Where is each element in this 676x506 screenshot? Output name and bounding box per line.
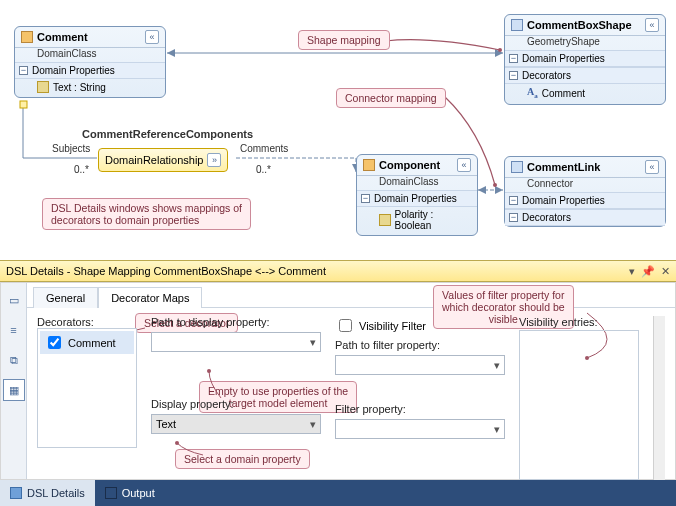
- expand-icon[interactable]: »: [207, 153, 221, 167]
- chevron-down-icon: ▾: [310, 418, 316, 431]
- svg-rect-8: [20, 101, 27, 108]
- label-filter-property: Filter property:: [335, 403, 505, 415]
- mult-right: 0..*: [256, 164, 271, 175]
- callout-connector-mapping: Connector mapping: [336, 88, 446, 108]
- section-heading: Decorators: [522, 70, 571, 81]
- decorator-list-item[interactable]: Comment: [40, 331, 134, 354]
- expand-icon[interactable]: −: [361, 194, 370, 203]
- pin-icon[interactable]: 📌: [641, 265, 655, 278]
- section-heading: Domain Properties: [32, 65, 115, 76]
- vtab-3[interactable]: ⧉: [3, 349, 25, 371]
- relationship-heading: CommentReferenceComponents: [82, 128, 253, 140]
- chevron-down-icon: ▾: [310, 336, 316, 349]
- diagram-canvas[interactable]: Comment « DomainClass −Domain Properties…: [0, 0, 676, 260]
- checkbox-visibility-filter[interactable]: [339, 319, 352, 332]
- tab-decorator-maps[interactable]: Decorator Maps: [98, 287, 202, 308]
- node-domainrelationship[interactable]: DomainRelationship »: [98, 148, 228, 172]
- chevron-down-icon: ▾: [494, 359, 500, 372]
- shape-icon: [511, 19, 523, 31]
- node-commentlink[interactable]: CommentLink « Connector −Domain Properti…: [504, 156, 666, 227]
- callout-dsl-windows: DSL Details windows shows mappings of de…: [42, 198, 251, 230]
- label-decorators: Decorators:: [37, 316, 137, 328]
- svg-marker-2: [495, 49, 503, 57]
- property-icon: [379, 214, 391, 226]
- section-heading: Domain Properties: [522, 195, 605, 206]
- expand-icon[interactable]: −: [509, 54, 518, 63]
- node-subtitle: DomainClass: [357, 176, 477, 190]
- decorator-text-icon: Aa: [527, 86, 538, 100]
- node-title: CommentBoxShape: [527, 19, 632, 31]
- decorator-label: Comment: [542, 88, 585, 99]
- mult-left: 0..*: [74, 164, 89, 175]
- details-panel: ▭ ≡ ⧉ ▦ General Decorator Maps Select a …: [0, 282, 676, 480]
- node-subtitle: Connector: [505, 178, 665, 192]
- visibility-entries-list[interactable]: [519, 330, 639, 480]
- vtab-1[interactable]: ▭: [3, 289, 25, 311]
- decorator-list[interactable]: Comment: [37, 328, 137, 448]
- svg-point-12: [498, 48, 502, 52]
- property-icon: [37, 81, 49, 93]
- node-component[interactable]: Component « DomainClass −Domain Properti…: [356, 154, 478, 236]
- vtab-4-selected[interactable]: ▦: [3, 379, 25, 401]
- dropdown-path-display[interactable]: ▾: [151, 332, 321, 352]
- section-heading: Decorators: [522, 212, 571, 223]
- class-icon: [363, 159, 375, 171]
- expand-icon[interactable]: −: [19, 66, 28, 75]
- node-subtitle: DomainClass: [15, 48, 165, 62]
- section-heading: Domain Properties: [522, 53, 605, 64]
- details-title-text: DSL Details - Shape Mapping CommentBoxSh…: [6, 265, 326, 277]
- class-icon: [21, 31, 33, 43]
- tab-dsl-details[interactable]: DSL Details: [0, 480, 95, 506]
- node-subtitle: GeometryShape: [505, 36, 665, 50]
- svg-marker-1: [167, 49, 175, 57]
- section-heading: Domain Properties: [374, 193, 457, 204]
- chevron-down-icon: ▾: [494, 423, 500, 436]
- relationship-label: DomainRelationship: [105, 154, 203, 166]
- dropdown-filter-property[interactable]: ▾: [335, 419, 505, 439]
- svg-marker-5: [478, 186, 486, 194]
- node-title: CommentLink: [527, 161, 600, 173]
- decorator-checkbox[interactable]: [48, 336, 61, 349]
- bottom-tab-bar: DSL Details Output: [0, 480, 676, 506]
- node-commentboxshape[interactable]: CommentBoxShape « GeometryShape −Domain …: [504, 14, 666, 105]
- role-right: Comments: [240, 143, 288, 154]
- collapse-icon[interactable]: «: [145, 30, 159, 44]
- dropdown-icon[interactable]: ▾: [629, 265, 635, 278]
- tab-output[interactable]: Output: [95, 480, 165, 506]
- output-icon: [105, 487, 117, 499]
- expand-icon[interactable]: −: [509, 71, 518, 80]
- node-title: Component: [379, 159, 440, 171]
- dropdown-path-filter[interactable]: ▾: [335, 355, 505, 375]
- collapse-icon[interactable]: «: [457, 158, 471, 172]
- dropdown-display-property[interactable]: Text▾: [151, 414, 321, 434]
- svg-marker-4: [495, 186, 503, 194]
- node-comment[interactable]: Comment « DomainClass −Domain Properties…: [14, 26, 166, 98]
- decorator-name: Comment: [68, 337, 116, 349]
- role-left: Subjects: [52, 143, 90, 154]
- callout-shape-mapping: Shape mapping: [298, 30, 390, 50]
- dropdown-value: Text: [156, 418, 176, 430]
- tabs: General Decorator Maps: [27, 283, 675, 308]
- svg-point-13: [493, 183, 497, 187]
- close-icon[interactable]: ✕: [661, 265, 670, 278]
- expand-icon[interactable]: −: [509, 213, 518, 222]
- label-path-display: Path to display property:: [151, 316, 321, 328]
- node-title: Comment: [37, 31, 88, 43]
- details-titlebar: DSL Details - Shape Mapping CommentBoxSh…: [0, 260, 676, 282]
- label-display-property: Display property:: [151, 398, 321, 410]
- connector-icon: [511, 161, 523, 173]
- tab-general[interactable]: General: [33, 287, 98, 308]
- label-path-filter: Path to filter property:: [335, 339, 505, 351]
- tab-label: DSL Details: [27, 487, 85, 499]
- scrollbar[interactable]: [653, 316, 665, 480]
- property-text: Text : String: [53, 82, 106, 93]
- vtab-2[interactable]: ≡: [3, 319, 25, 341]
- expand-icon[interactable]: −: [509, 196, 518, 205]
- collapse-icon[interactable]: «: [645, 18, 659, 32]
- label-visibility-entries: Visibility entries:: [519, 316, 639, 328]
- window-icon: [10, 487, 22, 499]
- tab-label: Output: [122, 487, 155, 499]
- property-text: Polarity : Boolean: [395, 209, 470, 231]
- vertical-toolbar: ▭ ≡ ⧉ ▦: [1, 283, 27, 479]
- collapse-icon[interactable]: «: [645, 160, 659, 174]
